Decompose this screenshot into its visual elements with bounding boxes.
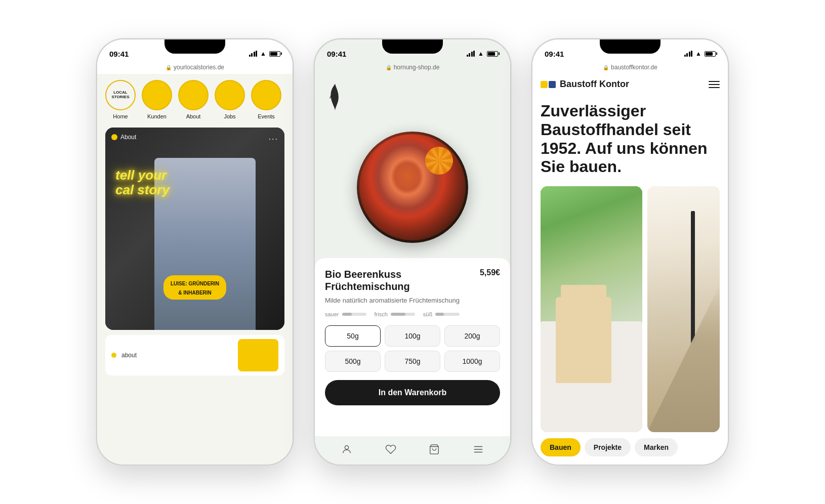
baustoff-side-image bbox=[647, 186, 720, 432]
time-2: 09:41 bbox=[327, 50, 346, 58]
product-title-row: Bio Beerenkuss Früchtemischung 5,59€ bbox=[325, 268, 500, 292]
baustoff-logo: Baustoff Kontor bbox=[541, 79, 629, 90]
nav-menu-icon[interactable] bbox=[471, 442, 485, 456]
weight-50g[interactable]: 50g bbox=[325, 325, 381, 347]
taste-frisch-label: frisch bbox=[375, 311, 388, 317]
url-bar-2: 🔒 hornung-shop.de bbox=[315, 62, 510, 74]
nav-home-label: Home bbox=[113, 113, 128, 119]
hamburger-line3 bbox=[709, 87, 720, 88]
wifi-icon-3: ▲ bbox=[695, 50, 702, 57]
baustoff-logo-text: Baustoff Kontor bbox=[560, 79, 629, 90]
story-menu-dots[interactable]: ... bbox=[269, 133, 278, 142]
logo-square-blue bbox=[549, 81, 556, 88]
story-background: tell your cal story LUISE: GRÜNDERIN & I… bbox=[105, 128, 284, 330]
taste-frisch: frisch bbox=[375, 311, 415, 317]
battery-icon-2 bbox=[487, 51, 498, 57]
url-domain-3: baustoffkontor.de bbox=[611, 64, 657, 71]
notch-1 bbox=[164, 39, 225, 54]
nav-person-icon[interactable] bbox=[340, 442, 354, 456]
url-text-1: 🔒 yourlocalstories.de bbox=[166, 64, 224, 71]
hamburger-menu[interactable] bbox=[709, 81, 720, 88]
tag-projekte[interactable]: Projekte bbox=[585, 438, 631, 456]
time-3: 09:41 bbox=[545, 50, 564, 58]
phone-3: 09:41 ▲ 🔒 baustoffkontor.de bbox=[531, 38, 729, 466]
lock-icon-1: 🔒 bbox=[166, 65, 172, 70]
weight-1000g[interactable]: 1000g bbox=[444, 351, 500, 372]
product-price: 5,59€ bbox=[480, 268, 500, 277]
nav-home[interactable]: LOCALSTORIES Home bbox=[105, 80, 136, 119]
battery-fill-1 bbox=[270, 52, 277, 56]
baustoff-images bbox=[532, 186, 728, 432]
taste-sauer-fill bbox=[342, 313, 352, 316]
nav-about-label: About bbox=[186, 113, 201, 119]
taste-sauer-label: sauer bbox=[325, 311, 339, 317]
hornung-logo-svg bbox=[325, 82, 345, 112]
product-bowl-image bbox=[357, 132, 468, 243]
nav-jobs[interactable]: Jobs bbox=[215, 80, 245, 119]
lock-icon-3: 🔒 bbox=[603, 65, 609, 70]
nav-kunden-label: Kunden bbox=[147, 113, 167, 119]
story-title-row: About bbox=[111, 134, 136, 141]
taste-suss-label: süß bbox=[423, 311, 432, 317]
baustoff-header: Baustoff Kontor bbox=[532, 74, 728, 94]
weight-200g[interactable]: 200g bbox=[444, 325, 500, 347]
weight-500g[interactable]: 500g bbox=[325, 351, 381, 372]
mini-story-card[interactable]: about bbox=[105, 335, 284, 375]
phone3-content: Baustoff Kontor Zuverlässiger Baustoffha… bbox=[532, 74, 728, 465]
home-circle-shape: LOCALSTORIES bbox=[105, 80, 136, 110]
weight-grid: 50g 100g 200g 500g 750g 1000g bbox=[325, 325, 500, 372]
phone1-main: LOCALSTORIES Home Kunden About Jobs bbox=[97, 74, 293, 465]
lock-icon-2: 🔒 bbox=[386, 65, 392, 70]
hamburger-line1 bbox=[709, 81, 720, 82]
phone-1: 09:41 ▲ 🔒 yourlocalstories.de LOCAL bbox=[96, 38, 294, 466]
baustoff-tags: Bauen Projekte Marken bbox=[532, 432, 728, 465]
add-to-cart-button[interactable]: In den Warenkorb bbox=[325, 380, 500, 405]
tag-bauen[interactable]: Bauen bbox=[541, 438, 581, 456]
story-header: About ... bbox=[111, 133, 278, 142]
url-domain-1: yourlocalstories.de bbox=[174, 64, 224, 71]
phone3-main: Baustoff Kontor Zuverlässiger Baustoffha… bbox=[532, 74, 728, 465]
wifi-icon-2: ▲ bbox=[478, 50, 484, 57]
neon-line2: cal story bbox=[115, 183, 170, 197]
status-bar-1: 09:41 ▲ bbox=[97, 39, 293, 62]
weight-750g[interactable]: 750g bbox=[385, 351, 440, 372]
product-info: Bio Beerenkuss Früchtemischung 5,59€ Mil… bbox=[315, 258, 510, 436]
nav-kunden[interactable]: Kunden bbox=[142, 80, 172, 119]
notch-2 bbox=[382, 39, 443, 54]
url-bar-3: 🔒 baustoffkontor.de bbox=[532, 62, 728, 74]
story-name-label: About bbox=[120, 134, 136, 141]
taste-suss: süß bbox=[423, 311, 460, 317]
status-bar-2: 09:41 ▲ bbox=[315, 39, 510, 62]
tag-marken[interactable]: Marken bbox=[635, 438, 678, 456]
status-icons-3: ▲ bbox=[684, 50, 716, 57]
taste-suss-bar bbox=[435, 313, 460, 316]
url-text-3: 🔒 baustoffkontor.de bbox=[603, 64, 657, 71]
story-person-image bbox=[154, 158, 256, 330]
bottom-nav bbox=[315, 436, 510, 465]
phone2-main: Bio Beerenkuss Früchtemischung 5,59€ Mil… bbox=[315, 74, 510, 465]
taste-row: sauer frisch süß bbox=[325, 311, 500, 317]
phone1-content: LOCALSTORIES Home Kunden About Jobs bbox=[97, 74, 293, 465]
nav-about[interactable]: About bbox=[178, 80, 209, 119]
battery-fill-3 bbox=[706, 52, 713, 56]
hamburger-line2 bbox=[709, 84, 720, 85]
time-1: 09:41 bbox=[109, 50, 129, 58]
badge-line2: & INHABERIN bbox=[178, 290, 212, 296]
product-name: Bio Beerenkuss Früchtemischung bbox=[325, 268, 436, 292]
nav-heart-icon[interactable] bbox=[384, 442, 398, 456]
phone-2: 09:41 ▲ 🔒 hornung-shop.de bbox=[314, 38, 511, 466]
logo-squares bbox=[541, 81, 556, 88]
battery-icon-3 bbox=[705, 51, 716, 57]
mini-story-image bbox=[238, 339, 278, 371]
story-frame[interactable]: About ... tell your cal story LUISE: GRÜ… bbox=[105, 128, 284, 330]
url-text-2: 🔒 hornung-shop.de bbox=[386, 64, 440, 71]
story-badge: LUISE: GRÜNDERIN & INHABERIN bbox=[163, 275, 226, 300]
nav-events[interactable]: Events bbox=[251, 80, 281, 119]
product-image-area bbox=[315, 116, 510, 258]
mini-story-label: about bbox=[121, 352, 137, 359]
nav-cart-icon[interactable] bbox=[427, 442, 441, 456]
taste-suss-fill bbox=[435, 313, 444, 316]
weight-100g[interactable]: 100g bbox=[385, 325, 440, 347]
battery-fill-2 bbox=[488, 52, 495, 56]
status-icons-1: ▲ bbox=[249, 50, 280, 57]
